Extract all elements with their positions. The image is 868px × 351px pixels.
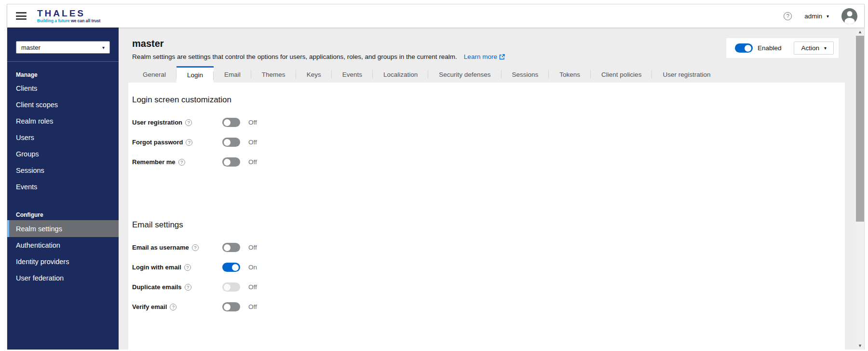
brand-name: THALES bbox=[37, 9, 100, 18]
chevron-down-icon: ▾ bbox=[102, 45, 105, 50]
toggle-state-label: Off bbox=[248, 158, 257, 166]
external-link-icon bbox=[499, 54, 505, 60]
sidebar: master ▾ Manage Clients Client scopes Re… bbox=[7, 28, 119, 350]
verify-email-toggle[interactable] bbox=[222, 302, 240, 311]
question-circle-icon[interactable]: ? bbox=[185, 284, 191, 291]
brand-tagline: Building a future we can all trust bbox=[37, 19, 100, 23]
field-label: Remember me bbox=[132, 158, 176, 166]
tab-user-registration[interactable]: User registration bbox=[652, 66, 721, 83]
avatar[interactable] bbox=[841, 8, 857, 24]
scroll-thumb[interactable] bbox=[856, 36, 864, 222]
sidebar-item-realm-settings[interactable]: Realm settings bbox=[7, 220, 119, 237]
tab-login[interactable]: Login bbox=[176, 66, 214, 83]
page-title: master bbox=[132, 38, 505, 49]
tab-sessions[interactable]: Sessions bbox=[502, 66, 549, 83]
toggle-state-label: Off bbox=[248, 244, 257, 251]
toggle-state-label: Off bbox=[248, 119, 257, 126]
tab-keys[interactable]: Keys bbox=[296, 66, 332, 83]
learn-more-link[interactable]: Learn more bbox=[464, 53, 505, 60]
toggle-state-label: Off bbox=[248, 139, 257, 146]
verify-email-row: Verify email ? Off bbox=[132, 297, 833, 317]
user-menu[interactable]: admin ▾ bbox=[804, 13, 829, 20]
field-label: Forgot password bbox=[132, 139, 183, 146]
tab-events[interactable]: Events bbox=[332, 66, 373, 83]
tab-localization[interactable]: Localization bbox=[373, 66, 428, 83]
toggle-state-label: Off bbox=[248, 303, 257, 310]
email-settings-section: Email settings Email as username ? Off bbox=[132, 220, 833, 317]
section-heading: Email settings bbox=[132, 220, 833, 230]
login-screen-customization-section: Login screen customization User registra… bbox=[132, 95, 833, 172]
tab-tokens[interactable]: Tokens bbox=[549, 66, 591, 83]
question-circle-icon[interactable]: ? bbox=[170, 304, 176, 310]
sidebar-section-manage: Manage bbox=[7, 62, 119, 80]
forgot-password-toggle[interactable] bbox=[222, 138, 240, 147]
scrollbar[interactable]: ▲ ▼ bbox=[856, 28, 864, 350]
login-with-email-row: Login with email ? On bbox=[132, 257, 833, 277]
sidebar-item-users[interactable]: Users bbox=[7, 129, 119, 146]
duplicate-emails-toggle bbox=[222, 282, 240, 292]
chevron-down-icon: ▾ bbox=[827, 14, 829, 19]
sidebar-item-client-scopes[interactable]: Client scopes bbox=[7, 97, 119, 113]
tab-general[interactable]: General bbox=[132, 66, 176, 83]
login-with-email-toggle[interactable] bbox=[222, 263, 240, 272]
tab-client-policies[interactable]: Client policies bbox=[591, 66, 652, 83]
login-tab-panel: Login screen customization User registra… bbox=[128, 83, 845, 350]
duplicate-emails-row: Duplicate emails ? Off bbox=[132, 277, 833, 297]
enabled-label: Enabled bbox=[758, 44, 782, 52]
toggle-state-label: Off bbox=[248, 283, 257, 291]
realm-controls: Enabled Action ▾ bbox=[726, 38, 839, 58]
chevron-down-icon: ▾ bbox=[824, 45, 827, 51]
thales-logo: THALES Building a future we can all trus… bbox=[37, 9, 100, 23]
field-label: Email as username bbox=[132, 244, 189, 251]
app-window: THALES Building a future we can all trus… bbox=[7, 4, 865, 350]
forgot-password-row: Forgot password ? Off bbox=[132, 132, 833, 152]
hamburger-menu-icon[interactable] bbox=[16, 12, 27, 20]
section-heading: Login screen customization bbox=[132, 95, 833, 105]
question-circle-icon[interactable]: ? bbox=[184, 264, 191, 271]
field-label: Login with email bbox=[132, 264, 181, 271]
email-as-username-row: Email as username ? Off bbox=[132, 238, 833, 257]
realm-enabled-toggle[interactable] bbox=[735, 43, 753, 53]
sidebar-section-configure: Configure bbox=[7, 195, 119, 220]
sidebar-item-clients[interactable]: Clients bbox=[7, 80, 119, 97]
sidebar-item-sessions[interactable]: Sessions bbox=[7, 162, 119, 179]
tab-themes[interactable]: Themes bbox=[251, 66, 296, 83]
action-dropdown-button[interactable]: Action ▾ bbox=[794, 42, 834, 55]
email-as-username-toggle[interactable] bbox=[222, 243, 240, 252]
user-menu-label: admin bbox=[804, 13, 822, 20]
tab-email[interactable]: Email bbox=[214, 66, 251, 83]
field-label: Duplicate emails bbox=[132, 283, 182, 291]
realm-selector-value: master bbox=[21, 44, 41, 51]
main-content: master Realm settings are settings that … bbox=[119, 28, 856, 350]
scroll-up-button[interactable]: ▲ bbox=[856, 28, 864, 36]
realm-settings-tabs: General Login Email Themes Keys Events L… bbox=[128, 66, 856, 83]
sidebar-item-user-federation[interactable]: User federation bbox=[7, 270, 119, 286]
sidebar-item-authentication[interactable]: Authentication bbox=[7, 237, 119, 253]
toggle-state-label: On bbox=[248, 264, 257, 271]
sidebar-item-realm-roles[interactable]: Realm roles bbox=[7, 113, 119, 129]
question-circle-icon[interactable]: ? bbox=[178, 159, 185, 166]
field-label: Verify email bbox=[132, 303, 167, 310]
question-circle-icon[interactable]: ? bbox=[186, 139, 192, 146]
realm-selector[interactable]: master ▾ bbox=[16, 41, 110, 54]
question-circle-icon[interactable]: ? bbox=[192, 244, 199, 251]
help-icon[interactable]: ? bbox=[784, 12, 792, 20]
user-registration-row: User registration ? Off bbox=[132, 112, 833, 132]
question-circle-icon[interactable]: ? bbox=[185, 119, 192, 126]
remember-me-row: Remember me ? Off bbox=[132, 152, 833, 172]
scroll-down-button[interactable]: ▼ bbox=[856, 341, 864, 350]
page-description: Realm settings are settings that control… bbox=[132, 53, 505, 60]
remember-me-toggle[interactable] bbox=[222, 157, 240, 167]
sidebar-item-groups[interactable]: Groups bbox=[7, 146, 119, 162]
sidebar-item-identity-providers[interactable]: Identity providers bbox=[7, 253, 119, 270]
user-registration-toggle[interactable] bbox=[222, 118, 240, 127]
tab-security-defenses[interactable]: Security defenses bbox=[428, 66, 501, 83]
page-head-text: master Realm settings are settings that … bbox=[132, 38, 505, 60]
field-label: User registration bbox=[132, 119, 182, 126]
top-header: THALES Building a future we can all trus… bbox=[7, 4, 864, 28]
sidebar-item-events[interactable]: Events bbox=[7, 179, 119, 195]
